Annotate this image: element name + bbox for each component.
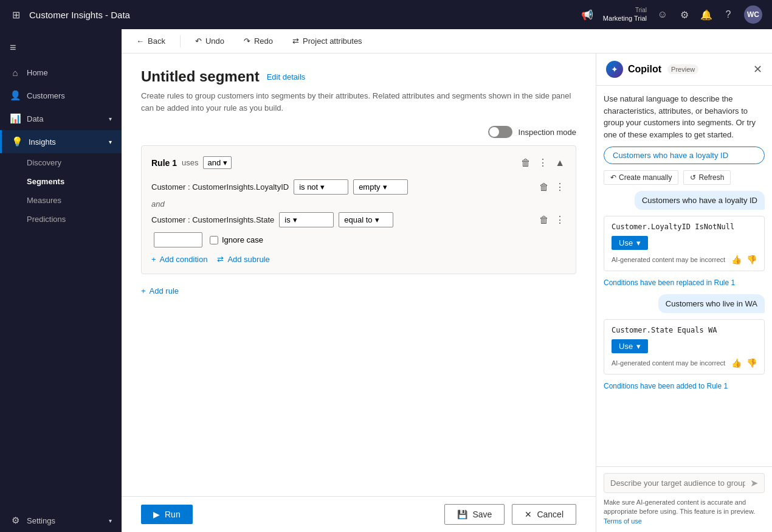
sidebar-item-segments[interactable]: Segments xyxy=(27,172,122,191)
add-condition-icon: + xyxy=(151,255,156,264)
thumbs-down-button-2[interactable]: 👎 xyxy=(746,358,757,368)
sidebar-item-home[interactable]: ⌂ Home xyxy=(0,61,122,84)
sidebar-item-data[interactable]: 📊 Data ▾ xyxy=(0,107,122,130)
condition-value-type-2[interactable]: equal to ▾ xyxy=(339,212,393,227)
add-condition-button[interactable]: + Add condition xyxy=(151,255,207,264)
thumbs-up-button-2[interactable]: 👍 xyxy=(731,358,742,368)
condition-more-button-1[interactable]: ⋮ xyxy=(554,180,566,194)
rule-title: Rule 1 xyxy=(151,158,177,168)
copilot-logo-icon: ✦ xyxy=(606,61,623,78)
add-rule-icon: + xyxy=(141,286,146,295)
rule-collapse-button[interactable]: ▲ xyxy=(554,156,566,170)
terms-of-use-link[interactable]: Terms of use xyxy=(604,517,642,525)
copilot-suggestion-button[interactable]: Customers who have a loyalty ID xyxy=(604,147,765,164)
copilot-send-button[interactable]: ➤ xyxy=(750,477,758,489)
inspection-mode-row: Inspection mode xyxy=(141,126,576,138)
thumbs-down-button-1[interactable]: 👎 xyxy=(746,255,757,264)
rule-conjunction-dropdown[interactable]: and ▾ xyxy=(203,156,232,169)
use-chevron-icon-1: ▾ xyxy=(636,238,641,247)
feedback-row-2: AI-generated content may be incorrect 👍 … xyxy=(612,358,757,368)
rule-delete-button[interactable]: 🗑 xyxy=(520,156,532,170)
condition-row-1: Customer : CustomerInsights.LoyaltyID is… xyxy=(151,179,566,195)
data-chevron-icon: ▾ xyxy=(109,116,112,122)
use-chevron-icon-2: ▾ xyxy=(636,342,641,351)
rule-box: Rule 1 uses and ▾ 🗑 ⋮ ▲ xyxy=(141,145,576,274)
announcement-icon[interactable]: 📢 xyxy=(581,9,593,21)
project-attributes-button[interactable]: ⇄ Project attributes xyxy=(288,34,367,48)
sidebar: ≡ ⌂ Home 👤 Customers 📊 Data ▾ 💡 Insights… xyxy=(0,29,122,532)
create-manually-button[interactable]: ↶ Create manually xyxy=(604,170,678,185)
sidebar-item-measures[interactable]: Measures xyxy=(27,191,122,210)
sidebar-item-label-customers: Customers xyxy=(27,91,65,100)
inspection-mode-toggle[interactable] xyxy=(488,126,512,138)
sidebar-item-insights[interactable]: 💡 Insights ▾ xyxy=(0,130,122,153)
sidebar-item-predictions[interactable]: Predictions xyxy=(27,210,122,229)
help-icon[interactable]: ? xyxy=(722,9,734,21)
refresh-icon: ↺ xyxy=(690,173,696,182)
copilot-input-row: ➤ xyxy=(604,473,765,493)
condition-more-button-2[interactable]: ⋮ xyxy=(554,213,566,227)
settings-icon[interactable]: ⚙ xyxy=(678,9,691,21)
page-title-row: Untitled segment Edit details xyxy=(141,68,576,85)
refresh-button[interactable]: ↺ Refresh xyxy=(683,170,731,185)
toolbar-divider xyxy=(180,35,181,47)
edit-details-link[interactable]: Edit details xyxy=(267,72,306,81)
run-button[interactable]: ▶ Run xyxy=(141,505,193,524)
hamburger-menu-icon[interactable]: ≡ xyxy=(0,34,122,61)
undo-button[interactable]: ↶ Undo xyxy=(190,34,229,48)
copilot-preview-badge: Preview xyxy=(667,64,698,74)
condition-delete-button-1[interactable]: 🗑 xyxy=(538,180,550,194)
data-icon: 📊 xyxy=(10,113,21,124)
page-title: Untitled segment xyxy=(141,68,260,85)
grid-icon[interactable]: ⊞ xyxy=(10,9,22,21)
smiley-icon[interactable]: ☺ xyxy=(657,9,669,21)
user-message-2: Customers who live in WA xyxy=(658,294,765,313)
avatar[interactable]: WC xyxy=(744,5,762,24)
condition-operator-2[interactable]: is ▾ xyxy=(279,212,334,227)
feedback-row-1: AI-generated content may be incorrect 👍 … xyxy=(612,255,757,264)
page-content: Untitled segment Edit details Create rul… xyxy=(122,54,772,532)
save-button[interactable]: 💾 Save xyxy=(444,504,505,525)
value-type-chevron-icon-2: ▾ xyxy=(375,215,379,224)
add-subrule-button[interactable]: ⇄ Add subrule xyxy=(217,255,269,264)
sidebar-item-label-insights: Insights xyxy=(29,137,56,147)
copilot-footer: ➤ Make sure AI-generated content is accu… xyxy=(596,466,772,532)
condition-delete-button-2[interactable]: 🗑 xyxy=(538,213,550,227)
sidebar-item-discovery[interactable]: Discovery xyxy=(27,153,122,172)
value-chevron-icon-1: ▾ xyxy=(383,182,387,192)
redo-button[interactable]: ↷ Redo xyxy=(239,34,278,48)
add-row: + Add condition ⇄ Add subrule xyxy=(151,255,566,264)
condition-value-1[interactable]: empty ▾ xyxy=(353,179,408,195)
trial-label: Trial xyxy=(603,6,647,14)
toolbar: ← Back ↶ Undo ↷ Redo ⇄ Project attribute… xyxy=(122,29,772,54)
condition-field-2: Customer : CustomerInsights.State xyxy=(151,215,274,224)
insights-icon: 💡 xyxy=(12,136,22,147)
copilot-close-button[interactable]: ✕ xyxy=(753,63,762,76)
sidebar-item-label-home: Home xyxy=(27,68,48,77)
use-button-1[interactable]: Use ▾ xyxy=(612,236,648,250)
use-button-2[interactable]: Use ▾ xyxy=(612,339,648,353)
copilot-text-input[interactable] xyxy=(610,478,745,488)
system-message-2: Conditions have been added to Rule 1 xyxy=(604,381,765,392)
add-subrule-icon: ⇄ xyxy=(217,255,224,264)
back-arrow-icon: ← xyxy=(136,36,144,46)
trial-info: Trial Marketing Trial xyxy=(603,6,647,22)
condition-operator-1[interactable]: is not ▾ xyxy=(294,179,348,195)
value-text-input[interactable]: WA xyxy=(154,232,202,247)
cancel-button[interactable]: ✕ Cancel xyxy=(512,504,576,525)
ignore-case-checkbox[interactable] xyxy=(210,236,218,244)
content-wrapper: ← Back ↶ Undo ↷ Redo ⇄ Project attribute… xyxy=(122,29,772,532)
rule-more-button[interactable]: ⋮ xyxy=(537,156,549,170)
add-rule-button[interactable]: + Add rule xyxy=(141,284,179,298)
ignore-case-label[interactable]: Ignore case xyxy=(210,235,263,244)
notification-icon[interactable]: 🔔 xyxy=(700,9,712,21)
condition-actions-2: 🗑 ⋮ xyxy=(538,213,566,227)
insights-submenu: Discovery Segments Measures Predictions xyxy=(0,153,122,229)
topbar: ⊞ Customer Insights - Data 📢 Trial Marke… xyxy=(0,0,772,29)
back-button[interactable]: ← Back xyxy=(131,34,170,48)
sidebar-item-settings[interactable]: ⚙ Settings ▾ xyxy=(0,509,122,532)
thumbs-up-button-1[interactable]: 👍 xyxy=(731,255,742,264)
copilot-title: Copilot xyxy=(628,64,661,75)
sidebar-item-customers[interactable]: 👤 Customers xyxy=(0,84,122,107)
project-attributes-icon: ⇄ xyxy=(292,36,299,46)
